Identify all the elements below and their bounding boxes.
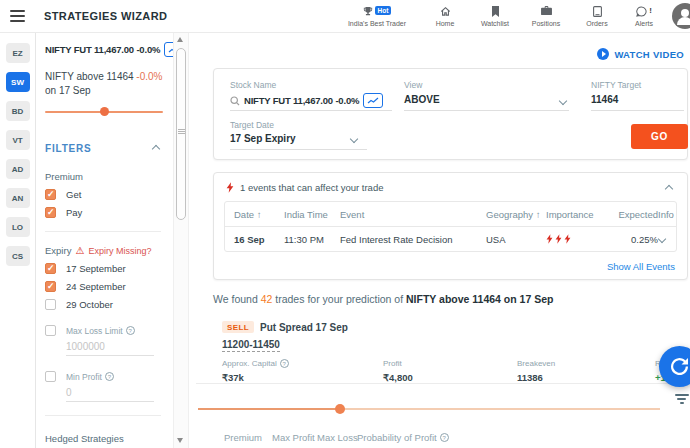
input-underline	[230, 110, 392, 111]
checkbox-expiry-17sep[interactable]: 17 September	[45, 263, 167, 274]
target-slider[interactable]	[45, 107, 163, 116]
avatar[interactable]	[672, 3, 690, 29]
metric-label: Approx. Capital	[222, 359, 277, 368]
prediction-date: on 17 Sep	[45, 85, 91, 96]
checkbox-icon[interactable]	[45, 189, 56, 200]
bolt-icon	[226, 182, 234, 193]
col-max-loss: Max Loss	[317, 432, 358, 443]
results-summary: We found 42 trades for your prediction o…	[213, 293, 553, 305]
rail-item-cs[interactable]: CS	[6, 246, 30, 266]
filter-icon[interactable]	[674, 394, 689, 406]
divider	[45, 231, 161, 232]
event-row[interactable]: 16 Sep 11:30 PM Fed Interest Rate Decisi…	[225, 227, 676, 251]
checkbox-label: Get	[66, 189, 81, 200]
input-underline	[591, 110, 684, 111]
stock-name-input[interactable]: NIFTY FUT 11,467.00 -0.0%	[230, 93, 383, 108]
collapse-chevron-icon[interactable]	[665, 185, 673, 193]
max-loss-input[interactable]: 1000000	[66, 341, 154, 356]
target-date-select[interactable]: 17 Sep Expiry	[230, 133, 296, 144]
col-importance: Importance	[546, 209, 604, 220]
slider-handle[interactable]	[100, 107, 109, 116]
col-date[interactable]: Date ↑	[234, 209, 284, 220]
checkbox-icon[interactable]	[45, 299, 56, 310]
expiry-warning[interactable]: Expiry Missing?	[88, 246, 151, 256]
stock-name-label: Stock Name	[230, 80, 276, 90]
filters-header[interactable]: FILTERS	[45, 143, 167, 154]
col-event: Event	[340, 209, 486, 220]
nav-item-label: India's Best Trader	[334, 20, 420, 27]
checkbox-get[interactable]: Get	[45, 189, 167, 200]
nifty-target-label: NIFTY Target	[591, 80, 641, 90]
scroll-up-arrow[interactable]	[177, 37, 183, 42]
checkbox-expiry-24sep[interactable]: 24 September	[45, 281, 167, 292]
row-expand-chevron-icon[interactable]	[658, 235, 666, 243]
scrollbar-thumb[interactable]	[176, 48, 186, 220]
metric-approx-capital: Approx. Capital? ₹37k	[222, 359, 289, 383]
checkbox-icon[interactable]	[45, 325, 56, 336]
nav-item-watchlist[interactable]: Watchlist	[470, 5, 520, 27]
checkbox-pay[interactable]: Pay	[45, 207, 167, 218]
sidebar-scrollbar[interactable]	[173, 32, 189, 448]
checkbox-icon[interactable]	[45, 281, 56, 292]
nav-item-home[interactable]: Home	[420, 5, 470, 27]
watch-video-link[interactable]: WATCH VIDEO	[597, 48, 684, 60]
min-profit-field: Min Profit ? 0	[45, 371, 167, 402]
nav-item-label: Alerts	[622, 20, 666, 27]
checkbox-icon[interactable]	[45, 207, 56, 218]
instrument-name: NIFTY FUT 11,467.00 -0.0%	[45, 44, 160, 55]
prediction-change: -0.0%	[136, 71, 162, 82]
left-rail: EZ SW BD VT AD AN LO CS	[0, 32, 36, 448]
nav-item-label: Orders	[572, 20, 622, 27]
chevron-down-icon	[559, 97, 567, 105]
scroll-down-arrow[interactable]	[177, 438, 183, 443]
rail-item-ad[interactable]: AD	[6, 159, 30, 179]
nav-item-best-trader[interactable]: Hot India's Best Trader	[334, 5, 420, 27]
summary-prefix: We found	[213, 293, 261, 305]
sidebar-prediction: NIFTY above 11464 -0.0% on 17 Sep	[45, 70, 167, 98]
max-loss-label: Max Loss Limit	[66, 326, 123, 336]
view-select[interactable]: ABOVE	[404, 94, 440, 105]
menu-icon[interactable]	[10, 10, 25, 25]
summary-middle: trades for your prediction of	[272, 293, 406, 305]
checkbox-icon[interactable]	[45, 263, 56, 274]
slider-handle[interactable]	[335, 404, 345, 414]
event-date: 16 Sep	[234, 234, 284, 245]
strategies-wizard-app: STRATEGIES WIZARD Hot India's Best Trade…	[0, 0, 690, 448]
col-geography[interactable]: Geography ↑	[486, 209, 546, 220]
nav-item-positions[interactable]: Positions	[520, 5, 572, 27]
rail-item-an[interactable]: AN	[6, 188, 30, 208]
show-all-events-link[interactable]: Show All Events	[607, 261, 675, 272]
nifty-target-input[interactable]: 11464	[591, 94, 618, 105]
col-max-profit: Max Profit	[272, 432, 315, 443]
rail-item-bd[interactable]: BD	[6, 101, 30, 121]
nav-item-orders[interactable]: Orders	[572, 5, 622, 27]
rail-item-ez[interactable]: EZ	[6, 43, 30, 63]
stock-name-value: NIFTY FUT 11,467.00 -0.0%	[244, 95, 359, 106]
orders-icon	[593, 6, 602, 17]
checkbox-label: 24 September	[66, 281, 126, 292]
info-icon[interactable]: ?	[105, 372, 114, 381]
chart-icon[interactable]	[363, 93, 383, 108]
hot-badge: Hot	[375, 6, 392, 15]
col-premium: Premium	[224, 432, 262, 443]
min-profit-input[interactable]: 0	[66, 387, 154, 402]
rail-item-vt[interactable]: VT	[6, 130, 30, 150]
info-icon[interactable]: ?	[126, 326, 135, 335]
rail-item-lo[interactable]: LO	[6, 217, 30, 237]
rail-item-sw[interactable]: SW	[6, 72, 30, 92]
checkbox-expiry-29oct[interactable]: 29 October	[45, 299, 167, 310]
go-button[interactable]: GO	[631, 124, 688, 149]
chart-icon[interactable]	[164, 42, 173, 57]
trophy-icon	[363, 6, 373, 17]
strategy-slider[interactable]	[198, 404, 660, 414]
events-table-header: Date ↑ India Time Event Geography ↑ Impo…	[225, 202, 676, 227]
info-icon[interactable]: ?	[280, 359, 289, 368]
metric-value: ₹4,800	[383, 372, 413, 383]
trade-strikes[interactable]: 11200-11450	[222, 339, 280, 352]
warning-icon: ⚠	[75, 246, 84, 256]
trade-card[interactable]: SELL Put Spread 17 Sep 11200-11450 Appro…	[213, 321, 690, 383]
page-title: STRATEGIES WIZARD	[44, 10, 167, 22]
info-icon[interactable]: ?	[440, 433, 449, 442]
nav-item-alerts[interactable]: ! Alerts	[622, 5, 666, 27]
checkbox-icon[interactable]	[45, 371, 56, 382]
